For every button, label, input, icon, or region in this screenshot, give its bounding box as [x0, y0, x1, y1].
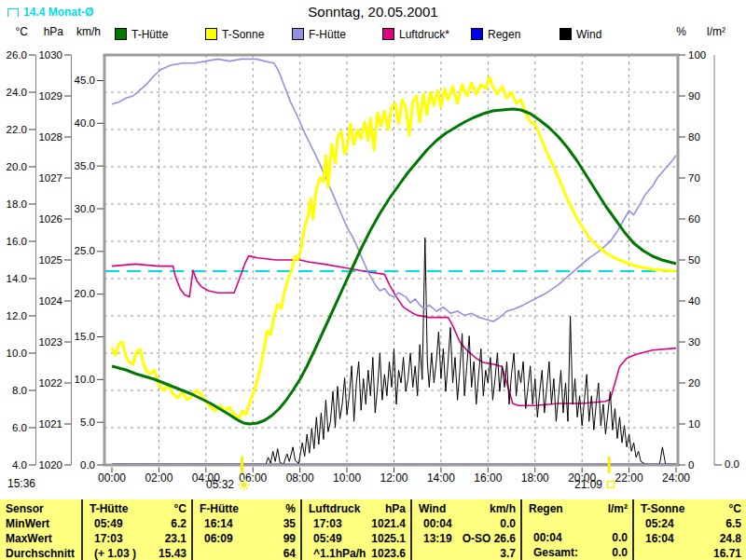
svg-text:22.0: 22.0: [7, 124, 27, 135]
svg-text:25.0: 25.0: [75, 245, 95, 256]
svg-text:60: 60: [688, 213, 700, 225]
group-unit: km/h: [490, 501, 520, 516]
row-label-minwert: MinWert: [0, 516, 81, 531]
table-row: 00:040.0: [522, 530, 632, 545]
table-row: Gesamt:0.0: [522, 545, 632, 560]
table-row: 05:496.2: [83, 516, 191, 531]
table-row: ^1.1hPa/h1023.6: [302, 546, 410, 560]
weather-chart: 4.06.08.010.012.014.016.018.020.022.024.…: [0, 0, 746, 499]
svg-text:70: 70: [688, 172, 700, 184]
group-unit: %: [285, 501, 300, 516]
sunrise-indicator: 05:32: [206, 478, 250, 491]
svg-text:20.0: 20.0: [7, 161, 27, 172]
sunset-indicator: 21:09: [574, 478, 615, 491]
svg-text:100: 100: [688, 49, 706, 61]
table-row: 05:491025.1: [302, 531, 410, 546]
svg-text:10: 10: [688, 418, 700, 430]
svg-text:20.0: 20.0: [75, 288, 95, 299]
svg-text:08:00: 08:00: [286, 471, 314, 485]
svg-text:1023: 1023: [38, 336, 62, 348]
svg-text:22:00: 22:00: [615, 471, 643, 485]
svg-text:1026: 1026: [38, 213, 62, 225]
table-row: [522, 516, 632, 530]
svg-text:14:00: 14:00: [427, 471, 455, 485]
svg-text:00:00: 00:00: [98, 471, 126, 485]
table-row: (+ 1.03 )15.43: [83, 546, 191, 560]
stats-group-f-huette: F-Hütte% 16:1435 06:0999 64: [191, 499, 300, 560]
svg-text:30: 30: [688, 336, 700, 348]
group-name: T-Hütte: [83, 501, 128, 516]
svg-text:24.0: 24.0: [7, 87, 27, 98]
svg-text:1024: 1024: [38, 295, 62, 307]
stats-group-t-sonne: T-Sonne°C 05:246.5 16:0424.8 16.71: [632, 499, 746, 560]
svg-text:4.0: 4.0: [12, 459, 27, 471]
svg-text:1029: 1029: [38, 90, 62, 102]
table-row: 13:19O-SO 26.6: [412, 531, 520, 546]
print-time: 15:36: [7, 477, 35, 490]
table-row: 3.7: [412, 546, 520, 560]
svg-text:15.0: 15.0: [75, 331, 95, 342]
svg-text:40: 40: [688, 295, 700, 307]
group-name: T-Sonne: [634, 501, 684, 516]
svg-text:12:00: 12:00: [380, 471, 408, 485]
table-row: 16:1435: [193, 516, 300, 531]
svg-text:0: 0: [688, 459, 694, 471]
svg-text:24:00: 24:00: [662, 471, 690, 485]
group-name: Luftdruck: [302, 501, 360, 516]
stats-group-regen: Regenl/m² 00:040.0 Gesamt:0.0: [520, 499, 632, 560]
table-row: 17:0323.1: [83, 531, 191, 546]
row-label-sensor: Sensor: [0, 501, 81, 516]
svg-text:40.0: 40.0: [75, 117, 95, 129]
sunset-time: 21:09: [574, 478, 602, 491]
svg-text:1022: 1022: [38, 377, 62, 389]
row-label-durchschnitt: Durchschnitt: [0, 546, 81, 560]
svg-text:12.0: 12.0: [7, 310, 27, 321]
y-axis-humidity: 0102030405060708090100: [679, 49, 706, 471]
svg-text:0.0: 0.0: [725, 458, 739, 470]
svg-text:1028: 1028: [38, 131, 62, 143]
group-name: Wind: [412, 501, 446, 516]
svg-text:30.0: 30.0: [75, 203, 95, 214]
svg-text:0.0: 0.0: [80, 459, 95, 471]
svg-text:02:00: 02:00: [145, 471, 173, 485]
stats-row-labels: Sensor MinWert MaxWert Durchschnitt: [0, 499, 81, 560]
svg-text:1021: 1021: [38, 418, 62, 430]
svg-text:1020: 1020: [38, 459, 62, 471]
group-unit: °C: [174, 501, 191, 516]
svg-text:80: 80: [688, 131, 700, 143]
svg-text:35.0: 35.0: [75, 160, 95, 171]
group-unit: l/m²: [608, 501, 632, 516]
svg-text:16.0: 16.0: [7, 236, 27, 247]
group-name: F-Hütte: [193, 501, 239, 516]
table-row: 05:246.5: [634, 516, 746, 531]
table-row: 17:031021.4: [302, 516, 410, 531]
svg-text:18.0: 18.0: [7, 198, 27, 210]
svg-text:14.0: 14.0: [7, 273, 27, 284]
svg-text:45.0: 45.0: [75, 75, 95, 86]
group-unit: hPa: [385, 501, 410, 516]
svg-text:10.0: 10.0: [7, 348, 27, 359]
svg-text:6.0: 6.0: [12, 422, 27, 433]
table-row: 16:0424.8: [634, 531, 746, 546]
y-axis-rain: 0.0: [714, 55, 739, 470]
svg-text:90: 90: [688, 90, 700, 102]
table-row: 64: [193, 546, 300, 560]
stats-group-wind: Windkm/h 00:040.0 13:19O-SO 26.6 3.7: [410, 499, 520, 560]
sunrise-time: 05:32: [206, 478, 234, 491]
svg-text:50: 50: [688, 254, 700, 266]
sun-icon: [238, 479, 250, 491]
row-label-maxwert: MaxWert: [0, 531, 81, 546]
stats-group-luftdruck: LuftdruckhPa 17:031021.4 05:491025.1 ^1.…: [300, 499, 410, 560]
table-row: 16.71: [634, 546, 746, 560]
svg-text:1027: 1027: [38, 172, 62, 184]
y-axis-wind: 0.05.010.015.020.025.030.035.040.045.0: [75, 75, 104, 471]
group-name: Regen: [522, 501, 563, 516]
svg-text:18:00: 18:00: [521, 471, 549, 485]
table-row: 00:040.0: [412, 516, 520, 531]
y-axis-pressure: 1020102110221023102410251026102710281029…: [38, 49, 71, 471]
stats-group-t-huette: T-Hütte°C 05:496.2 17:0323.1 (+ 1.03 )15…: [81, 499, 191, 560]
svg-text:1030: 1030: [38, 49, 62, 61]
group-unit: °C: [729, 501, 746, 516]
svg-text:20: 20: [688, 377, 700, 389]
stats-table: Sensor MinWert MaxWert Durchschnitt T-Hü…: [0, 499, 746, 560]
